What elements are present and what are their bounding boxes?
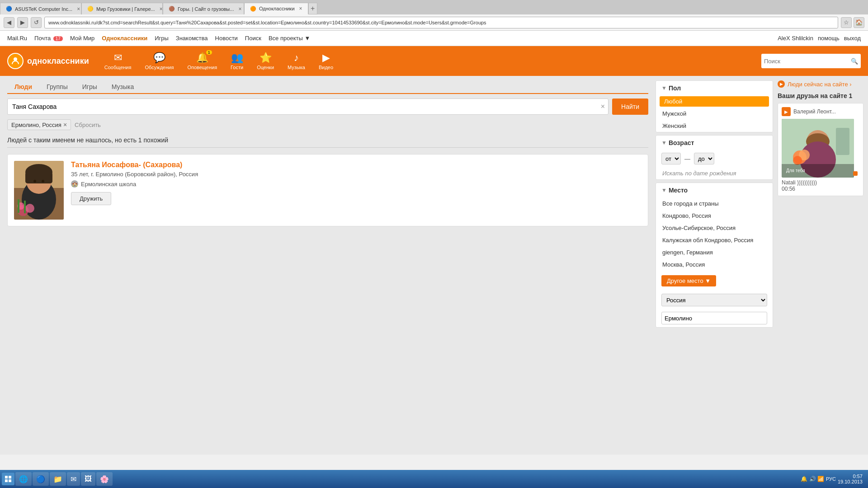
new-tab-button[interactable]: + <box>308 3 317 14</box>
location-4[interactable]: giengen, Германия <box>656 246 773 258</box>
friend-photo-container: Для тебя <box>782 119 859 178</box>
filter-tags: Ермолино, Россия × Сбросить <box>7 119 648 130</box>
topnav-ok[interactable]: Одноклассники <box>102 35 147 42</box>
tab4-close[interactable]: × <box>299 5 302 12</box>
play-icon[interactable]: ▶ <box>782 107 791 116</box>
svg-rect-12 <box>18 199 19 213</box>
location-title-text: Место <box>669 187 688 194</box>
browser-tab-3[interactable]: 🟤 Горы. | Сайт о грузовы... × <box>163 3 244 14</box>
online-users-text: Люди сейчас на сайте › <box>788 81 852 88</box>
back-button[interactable]: ◀ <box>4 17 14 28</box>
location-2[interactable]: Усолье-Сибирское, Россия <box>656 222 773 234</box>
search-input[interactable] <box>7 99 609 115</box>
tab4-label: Одноклассники <box>259 6 295 11</box>
ok-logo[interactable]: одноклассники <box>7 53 89 69</box>
address-bar[interactable] <box>44 17 838 28</box>
filter-tag-remove[interactable]: × <box>63 121 67 128</box>
video-icon: ▶ <box>322 52 330 64</box>
ratings-icon: ⭐ <box>259 52 272 64</box>
search-clear-button[interactable]: × <box>601 103 605 111</box>
tab3-close[interactable]: × <box>238 6 241 12</box>
search-icon[interactable]: 🔍 <box>851 58 858 65</box>
gender-filter-title[interactable]: ▼ Пол <box>656 81 773 95</box>
ok-nav-ratings[interactable]: ⭐ Оценки <box>250 50 280 72</box>
tab-people[interactable]: Люди <box>7 80 39 94</box>
topnav-mailru[interactable]: Mail.Ru <box>7 35 27 42</box>
ok-nav-music-label: Музыка <box>288 65 305 70</box>
age-from-select[interactable]: от <box>661 153 681 164</box>
topnav-search[interactable]: Поиск <box>245 35 261 42</box>
tab-games[interactable]: Игры <box>75 80 104 93</box>
topnav-logout[interactable]: выход <box>844 35 861 42</box>
ok-search-input[interactable] <box>764 58 849 65</box>
search-by-birthday[interactable]: Искать по дате рождения <box>656 167 773 179</box>
topnav-dating[interactable]: Знакомства <box>176 35 208 42</box>
gender-arrow-icon: ▼ <box>661 85 667 91</box>
online-status-dot <box>853 171 858 176</box>
topnav-pochta[interactable]: Почта 17 <box>34 35 63 42</box>
topnav-news[interactable]: Новости <box>215 35 238 42</box>
location-3[interactable]: Калужская обл Кондрово, Россия <box>656 234 773 246</box>
browser-tab-4[interactable]: 🟠 Одноклассники × <box>244 3 308 14</box>
other-place-button[interactable]: Другое место ▼ <box>661 275 716 286</box>
age-range-row: от — до <box>656 150 773 167</box>
ok-nav-messages[interactable]: ✉ Сообщения <box>98 50 138 72</box>
forward-button[interactable]: ▶ <box>17 17 28 28</box>
location-1[interactable]: Кондрово, Россия <box>656 210 773 222</box>
topnav-games[interactable]: Игры <box>155 35 169 42</box>
friend-button[interactable]: Дружить <box>71 192 111 205</box>
city-input[interactable] <box>661 312 767 324</box>
refresh-button[interactable]: ↺ <box>31 17 42 28</box>
tab3-label: Горы. | Сайт о грузовы... <box>178 6 234 12</box>
location-filter-title[interactable]: ▼ Место <box>656 183 773 197</box>
friend-name[interactable]: Natali ))))))))))) <box>782 179 859 186</box>
friend-photo[interactable]: Для тебя <box>782 119 854 178</box>
browser-tab-1[interactable]: 🔵 ASUSTeK Computer Inc... × <box>0 3 81 14</box>
ok-nav-music[interactable]: ♪ Музыка <box>281 50 311 72</box>
topnav-help[interactable]: помощь <box>818 35 840 42</box>
gender-male[interactable]: Мужской <box>656 108 773 120</box>
filter-reset-button[interactable]: Сбросить <box>75 122 101 128</box>
friend-video-row: ▶ Валерий Леонт... <box>782 107 859 116</box>
country-select[interactable]: Россия <box>661 294 767 306</box>
gender-any[interactable]: Любой <box>660 96 769 107</box>
gender-female[interactable]: Женский <box>656 120 773 132</box>
topnav-moimir[interactable]: Мой Мир <box>70 35 94 42</box>
svg-text:Для тебя: Для тебя <box>786 168 805 173</box>
ok-nav-guests[interactable]: 👥 Гости <box>224 50 250 72</box>
location-all[interactable]: Все города и страны <box>656 197 773 210</box>
age-arrow-icon: ▼ <box>661 140 667 146</box>
topnav-allprojects[interactable]: Все проекты ▼ <box>269 35 310 42</box>
ok-nav-messages-label: Сообщения <box>104 65 132 70</box>
ok-nav-notifications[interactable]: 🔔 1 Оповещения <box>181 50 223 72</box>
tab1-label: ASUSTeK Computer Inc... <box>15 6 72 12</box>
ok-logo-text: одноклассники <box>27 56 89 66</box>
search-button[interactable]: Найти <box>612 99 648 115</box>
gender-title-text: Пол <box>669 84 681 92</box>
ok-nav-discussions[interactable]: 💬 Обсуждения <box>138 50 180 72</box>
person-age-city: 35 лет, г. Ермолино (Боровский район), Р… <box>71 171 642 178</box>
tab2-favicon: 🟡 <box>87 6 94 12</box>
tab-music[interactable]: Музыка <box>104 80 142 93</box>
person-name-link[interactable]: Татьяна Иосафова- (Сахарова) <box>71 161 642 169</box>
city-input-wrapper <box>656 309 773 327</box>
tab2-close[interactable]: × <box>160 6 163 12</box>
location-5[interactable]: Москва, Россия <box>656 258 773 271</box>
school-icon: 🏫 <box>71 180 78 188</box>
home-button[interactable]: 🏠 <box>854 17 864 28</box>
ok-logo-icon <box>7 53 24 69</box>
online-users-header[interactable]: ▶ Люди сейчас на сайте › <box>778 80 863 88</box>
star-button[interactable]: ☆ <box>841 17 852 28</box>
tab4-favicon: 🟠 <box>250 6 256 12</box>
topnav-right: AleX Shlilckin помощь выход <box>778 35 861 42</box>
ok-nav-video[interactable]: ▶ Видео <box>312 50 340 72</box>
far-right-sidebar: ▶ Люди сейчас на сайте › Ваши друзья на … <box>778 76 868 455</box>
browser-tab-2[interactable]: 🟡 Мир Грузовики | Галере... × <box>81 3 163 14</box>
tab-groups[interactable]: Группы <box>39 80 75 93</box>
top-nav: Mail.Ru Почта 17 Мой Мир Одноклассники И… <box>0 31 868 46</box>
age-to-select[interactable]: до <box>694 153 714 164</box>
browser-toolbar: ◀ ▶ ↺ ☆ 🏠 <box>0 14 868 31</box>
svg-rect-13 <box>24 201 26 213</box>
age-filter-title[interactable]: ▼ Возраст <box>656 136 773 150</box>
tab1-close[interactable]: × <box>77 6 80 12</box>
